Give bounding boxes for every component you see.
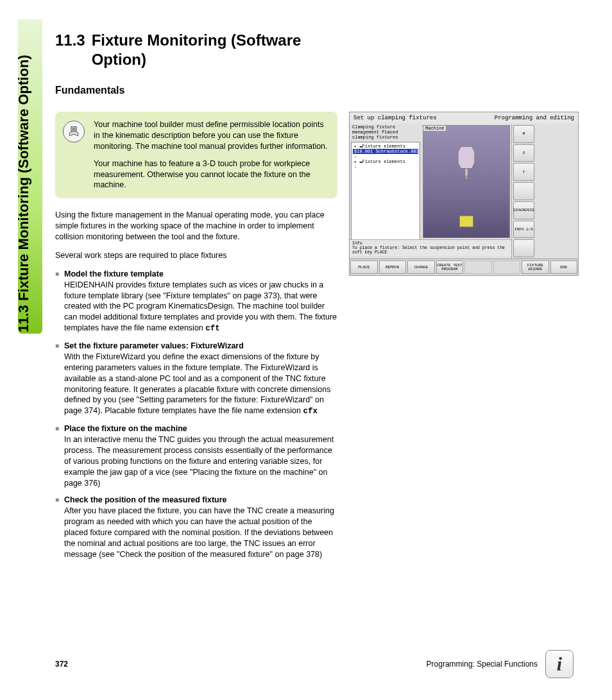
body-paragraph-2: Several work steps are required to place… xyxy=(55,250,337,261)
svg-marker-2 xyxy=(458,146,475,168)
tnc-screenshot: Set up clamping fixtures Programming and… xyxy=(349,112,579,276)
softkey-place[interactable]: PLACE xyxy=(350,260,378,274)
subheading: Fundamentals xyxy=(55,85,581,96)
page-content: 11.3 Fixture Monitoring (Software Option… xyxy=(55,31,581,567)
tree-header: Clamping fixture management Placed clamp… xyxy=(350,124,421,141)
step-item: Place the fixture on the machine In an i… xyxy=(55,423,337,488)
side-btn-flag[interactable] xyxy=(513,239,534,257)
tree-line[interactable]: - xyxy=(353,154,418,159)
softkey-create-test[interactable]: CREATE TEST PROGRAM xyxy=(436,260,464,274)
softkey-row: PLACE REMOVE CHANGE CREATE TEST PROGRAM … xyxy=(350,259,578,275)
svg-rect-3 xyxy=(464,169,468,176)
info-icon: i xyxy=(545,650,574,678)
step-body: With the FixtureWizard you define the ex… xyxy=(64,352,337,417)
steps-list: Model the fixture template HEIDENHAIN pr… xyxy=(55,269,337,560)
info-label: Info xyxy=(352,241,362,246)
3d-view[interactable]: Machine xyxy=(423,125,510,238)
note-paragraph-1: Your machine tool builder must define pe… xyxy=(94,119,328,152)
step-title: Check the position of the measured fixtu… xyxy=(64,495,227,504)
softkey-fixture-wizard[interactable]: FIXTURE WIZARD xyxy=(522,260,549,274)
step-body: After you have placed the fixture, you c… xyxy=(64,506,337,559)
chapter-name: Programming: Special Functions xyxy=(427,660,538,669)
note-paragraph-2: Your machine has to feature a 3-D touch … xyxy=(94,158,328,191)
step-body-text: With the FixtureWizard you define the ex… xyxy=(64,352,331,415)
tree-line-selected[interactable]: $10.001 Schraubstock.001 xyxy=(353,149,418,154)
svg-rect-1 xyxy=(72,128,76,130)
body-paragraph-1: Using the fixture management in the Manu… xyxy=(55,210,337,243)
note-box: Your machine tool builder must define pe… xyxy=(55,112,337,198)
screenshot-title-right: Programming and editing xyxy=(495,115,574,121)
step-body: In an interactive menu the TNC guides yo… xyxy=(64,434,337,488)
screenshot-title-left: Set up clamping fixtures xyxy=(353,115,437,121)
step-item: Check the position of the measured fixtu… xyxy=(55,495,337,559)
step-title: Place the fixture on the machine xyxy=(64,424,187,433)
info-text: To place a fixture: Select the suspensio… xyxy=(352,246,505,255)
file-ext: cft xyxy=(205,324,220,333)
heading-text: Fixture Monitoring (Software Option) xyxy=(92,31,323,69)
step-title: Set the fixture parameter values: Fixtur… xyxy=(64,341,244,350)
step-body: HEIDENHAIN provides fixture templates su… xyxy=(64,280,337,334)
page-footer: 372 Programming: Special Functions i xyxy=(55,650,574,678)
spindle-icon xyxy=(454,144,479,182)
machine-book-icon xyxy=(63,121,85,142)
tree-line[interactable]: ▸ ▬Fixture elements xyxy=(353,159,418,164)
side-button-bar: M S T DIAGNOSIS INFO 1/3 xyxy=(511,124,536,259)
side-btn-s[interactable]: S xyxy=(513,144,534,162)
side-btn-diagnosis[interactable]: DIAGNOSIS xyxy=(513,201,534,219)
step-item: Model the fixture template HEIDENHAIN pr… xyxy=(55,269,337,334)
softkey-remove[interactable]: REMOVE xyxy=(379,260,407,274)
file-ext: cfx xyxy=(303,407,318,416)
side-btn-info[interactable]: INFO 1/3 xyxy=(513,221,534,239)
page-number: 372 xyxy=(55,660,68,669)
svg-marker-4 xyxy=(464,176,468,182)
tree-line[interactable]: ▸ ▬Fixture elements xyxy=(353,144,418,149)
step-title: Model the fixture template xyxy=(64,269,164,278)
info-bar: Info To place a fixture: Select the susp… xyxy=(350,239,511,256)
fixture-icon xyxy=(459,216,473,227)
tree-line[interactable]: - xyxy=(353,164,418,169)
heading-number: 11.3 xyxy=(55,31,87,50)
softkey-change[interactable]: CHANGE xyxy=(407,260,435,274)
softkey-end[interactable]: END xyxy=(550,260,578,274)
step-item: Set the fixture parameter values: Fixtur… xyxy=(55,341,337,417)
step-body-text: HEIDENHAIN provides fixture templates su… xyxy=(64,280,337,333)
softkey-empty xyxy=(464,260,492,274)
side-btn-blank[interactable] xyxy=(513,182,534,200)
side-heading: 11.3 Fixture Monitoring (Software Option… xyxy=(15,55,32,332)
side-btn-m[interactable]: M xyxy=(513,125,534,143)
softkey-empty xyxy=(493,260,521,274)
3d-view-label: Machine xyxy=(423,126,446,131)
section-heading: 11.3 Fixture Monitoring (Software Option… xyxy=(55,31,581,69)
side-btn-t[interactable]: T xyxy=(513,163,534,181)
